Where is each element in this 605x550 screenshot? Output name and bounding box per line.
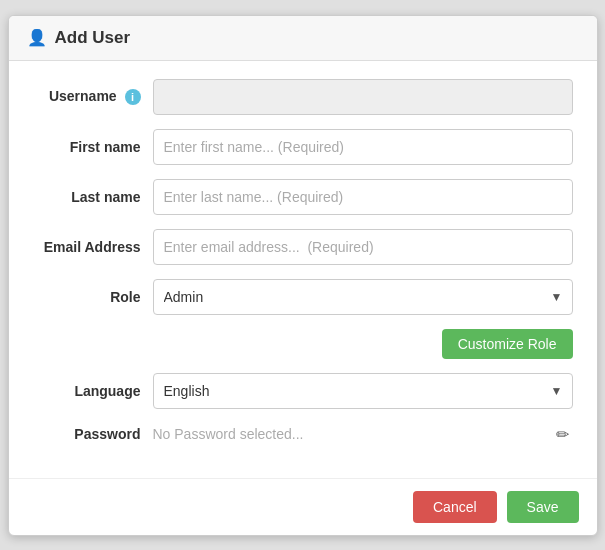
language-row: Language English Spanish French German ▼	[33, 373, 573, 409]
lastname-input[interactable]	[153, 179, 573, 215]
email-input[interactable]	[153, 229, 573, 265]
firstname-row: First name	[33, 129, 573, 165]
language-select[interactable]: English Spanish French German	[153, 373, 573, 409]
modal-header: 👤 Add User	[9, 16, 597, 61]
language-label: Language	[33, 383, 153, 399]
user-icon: 👤	[27, 28, 47, 47]
modal-body: Username i First name Last name Email Ad…	[9, 61, 597, 478]
password-placeholder-text: No Password selected...	[153, 426, 546, 442]
role-row: Role Admin Editor Viewer ▼	[33, 279, 573, 315]
lastname-row: Last name	[33, 179, 573, 215]
role-label: Role	[33, 289, 153, 305]
username-info-icon[interactable]: i	[125, 89, 141, 105]
modal-footer: Cancel Save	[9, 478, 597, 535]
password-label: Password	[33, 426, 153, 442]
password-row: Password No Password selected... ✏	[33, 423, 573, 446]
firstname-label: First name	[33, 139, 153, 155]
lastname-label: Last name	[33, 189, 153, 205]
add-user-modal: 👤 Add User Username i First name Last na…	[8, 15, 598, 536]
email-label: Email Address	[33, 239, 153, 255]
username-label: Username i	[33, 88, 153, 105]
password-edit-button[interactable]: ✏	[552, 423, 573, 446]
modal-title: Add User	[55, 28, 131, 48]
customize-role-button[interactable]: Customize Role	[442, 329, 573, 359]
role-select[interactable]: Admin Editor Viewer	[153, 279, 573, 315]
save-button[interactable]: Save	[507, 491, 579, 523]
customize-role-row: Customize Role	[33, 329, 573, 359]
cancel-button[interactable]: Cancel	[413, 491, 497, 523]
language-select-wrapper: English Spanish French German ▼	[153, 373, 573, 409]
username-row: Username i	[33, 79, 573, 115]
email-row: Email Address	[33, 229, 573, 265]
pencil-icon: ✏	[556, 426, 569, 443]
role-select-wrapper: Admin Editor Viewer ▼	[153, 279, 573, 315]
username-input[interactable]	[153, 79, 573, 115]
firstname-input[interactable]	[153, 129, 573, 165]
